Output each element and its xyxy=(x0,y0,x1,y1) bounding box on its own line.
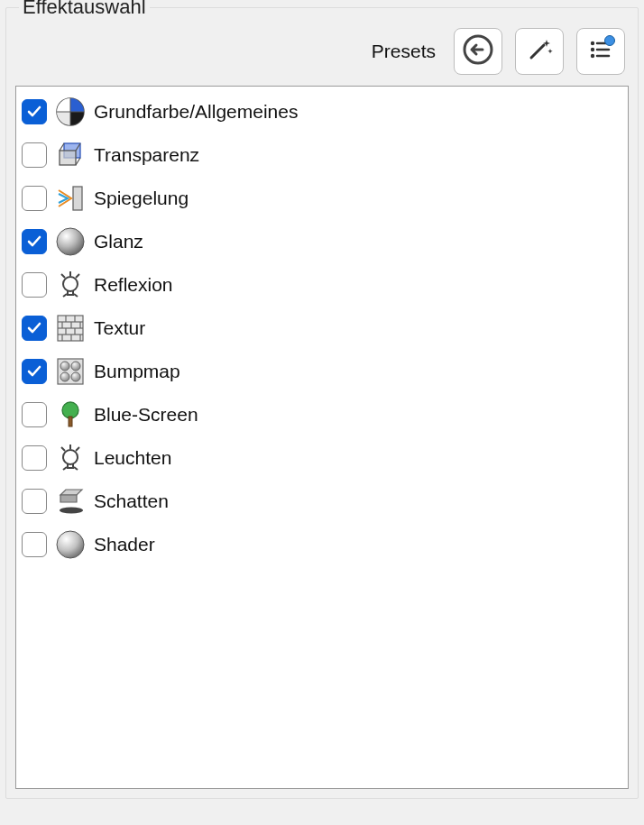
effect-checkbox-transparenz[interactable] xyxy=(22,142,47,168)
back-icon xyxy=(463,34,493,69)
svg-point-50 xyxy=(63,450,78,464)
brick-icon xyxy=(54,312,87,344)
svg-rect-18 xyxy=(73,187,82,210)
effect-checkbox-reflexion[interactable] xyxy=(22,272,47,298)
effect-item-leuchten[interactable]: Leuchten xyxy=(16,436,628,480)
effect-item-bumpmap[interactable]: Bumpmap xyxy=(16,350,628,393)
effect-item-glanz[interactable]: Glanz xyxy=(16,220,628,263)
svg-line-21 xyxy=(61,274,65,278)
svg-line-52 xyxy=(74,467,78,470)
svg-point-44 xyxy=(71,372,80,381)
svg-point-2 xyxy=(591,41,594,44)
effect-label-textur: Textur xyxy=(94,317,145,339)
effect-checkbox-grundfarbe[interactable] xyxy=(22,99,47,124)
effect-selection-panel: Effektauswahl Presets xyxy=(5,7,639,799)
svg-line-1 xyxy=(531,45,544,58)
svg-point-23 xyxy=(63,277,78,291)
svg-point-45 xyxy=(62,402,78,418)
svg-point-42 xyxy=(71,362,80,371)
svg-point-41 xyxy=(60,362,69,371)
list-icon xyxy=(585,34,616,69)
tree-icon xyxy=(54,399,87,431)
cube-transparent-icon xyxy=(54,139,87,171)
svg-point-4 xyxy=(591,47,594,50)
effect-checkbox-glanz[interactable] xyxy=(22,229,47,254)
effect-checkbox-leuchten[interactable] xyxy=(22,445,47,471)
preset-wand-button[interactable] xyxy=(515,28,564,75)
effect-item-shader[interactable]: Shader xyxy=(16,523,628,566)
svg-point-53 xyxy=(60,508,83,514)
shadow-icon xyxy=(54,485,87,518)
effect-item-reflexion[interactable]: Reflexion xyxy=(16,263,628,307)
svg-point-6 xyxy=(591,53,594,57)
effect-item-grundfarbe[interactable]: Grundfarbe/Allgemeines xyxy=(16,90,628,133)
svg-line-22 xyxy=(76,274,79,278)
effect-checkbox-bluescreen[interactable] xyxy=(22,402,47,427)
effect-checkbox-shader[interactable] xyxy=(22,532,47,557)
svg-line-17 xyxy=(76,158,80,165)
effect-label-transparenz: Transparenz xyxy=(94,144,199,166)
effect-label-reflexion: Reflexion xyxy=(94,274,173,296)
sphere-plain-icon xyxy=(54,528,87,561)
lightbulb-icon xyxy=(54,442,87,474)
pie-color-icon xyxy=(54,96,87,128)
svg-rect-46 xyxy=(69,417,72,426)
preset-back-button[interactable] xyxy=(454,28,502,75)
lightbulb-icon xyxy=(54,269,87,301)
svg-point-43 xyxy=(60,372,69,381)
effect-checkbox-bumpmap[interactable] xyxy=(22,359,47,384)
sphere-gloss-icon xyxy=(54,225,87,258)
effect-checkbox-schatten[interactable] xyxy=(22,489,47,514)
presets-label: Presets xyxy=(372,41,436,62)
effect-label-shader: Shader xyxy=(94,534,155,555)
svg-line-15 xyxy=(60,143,64,151)
svg-line-51 xyxy=(63,467,67,470)
effect-label-spiegelung: Spiegelung xyxy=(94,188,189,209)
effect-checkbox-spiegelung[interactable] xyxy=(22,186,47,211)
effect-label-bluescreen: Blue-Screen xyxy=(94,404,198,426)
wand-icon xyxy=(524,34,555,69)
effect-checkbox-textur[interactable] xyxy=(22,316,47,341)
svg-point-19 xyxy=(57,228,84,255)
preset-list-button[interactable] xyxy=(576,28,625,75)
effect-item-textur[interactable]: Textur xyxy=(16,307,628,350)
effect-label-leuchten: Leuchten xyxy=(94,447,171,469)
svg-point-54 xyxy=(57,531,84,558)
effect-item-spiegelung[interactable]: Spiegelung xyxy=(16,177,628,220)
svg-line-25 xyxy=(74,294,78,297)
presets-toolbar: Presets xyxy=(15,21,629,86)
effects-list: Grundfarbe/Allgemeines Transparenz Spieg… xyxy=(15,86,629,789)
effect-item-schatten[interactable]: Schatten xyxy=(16,480,628,523)
four-dots-icon xyxy=(54,355,87,388)
svg-rect-14 xyxy=(60,151,76,165)
mirror-icon xyxy=(54,182,87,215)
effect-label-schatten: Schatten xyxy=(94,490,169,512)
effect-label-grundfarbe: Grundfarbe/Allgemeines xyxy=(94,101,298,123)
effect-label-glanz: Glanz xyxy=(94,231,143,252)
effect-label-bumpmap: Bumpmap xyxy=(94,361,180,382)
effect-item-bluescreen[interactable]: Blue-Screen xyxy=(16,393,628,436)
svg-line-48 xyxy=(61,447,65,451)
effect-item-transparenz[interactable]: Transparenz xyxy=(16,133,628,177)
svg-line-49 xyxy=(76,447,79,451)
panel-title: Effektauswahl xyxy=(19,0,150,19)
svg-line-24 xyxy=(63,294,67,297)
